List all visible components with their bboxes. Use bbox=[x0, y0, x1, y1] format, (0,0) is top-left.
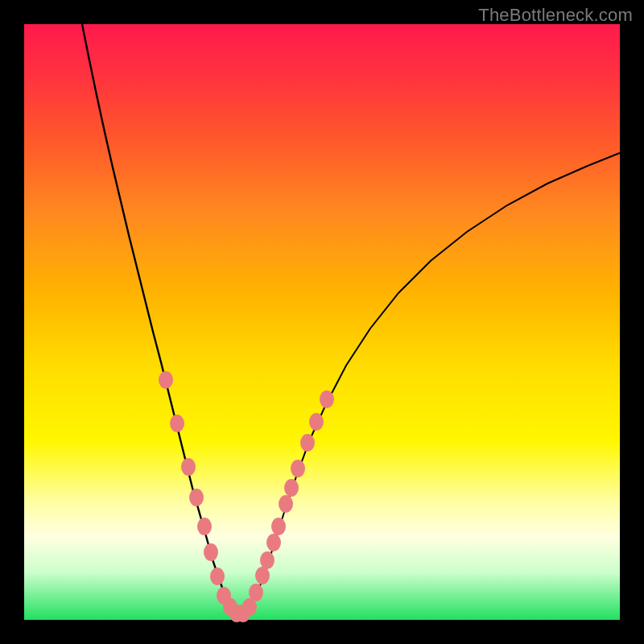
watermark-text: TheBottleneck.com bbox=[478, 5, 633, 26]
chart-svg bbox=[24, 24, 620, 620]
curve-right bbox=[240, 153, 620, 616]
marker-dot bbox=[189, 489, 204, 506]
marker-dot bbox=[300, 434, 315, 452]
marker-dot bbox=[170, 415, 184, 432]
curve-left bbox=[82, 24, 240, 616]
marker-dot bbox=[309, 413, 324, 431]
marker-dot bbox=[197, 518, 212, 535]
marker-dot bbox=[284, 479, 299, 497]
marker-dot bbox=[279, 495, 293, 513]
marker-dot bbox=[210, 568, 225, 585]
marker-dot bbox=[159, 371, 173, 389]
marker-dot bbox=[271, 518, 286, 535]
marker-dot bbox=[181, 458, 196, 476]
marker-dot bbox=[266, 534, 281, 551]
marker-dots bbox=[159, 371, 334, 622]
plot-area bbox=[24, 24, 620, 620]
marker-dot bbox=[204, 543, 218, 561]
marker-dot bbox=[249, 584, 263, 601]
chart-frame: TheBottleneck.com bbox=[0, 0, 644, 644]
marker-dot bbox=[291, 460, 305, 477]
marker-dot bbox=[320, 390, 334, 408]
marker-dot bbox=[260, 551, 275, 569]
marker-dot bbox=[255, 567, 270, 584]
